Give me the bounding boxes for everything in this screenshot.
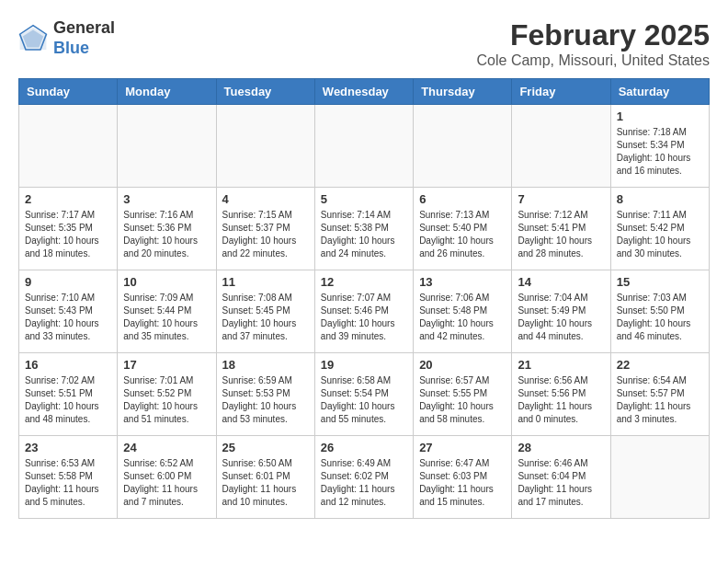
calendar-day-cell: 1Sunrise: 7:18 AM Sunset: 5:34 PM Daylig…: [610, 105, 709, 188]
day-info: Sunrise: 6:52 AM Sunset: 6:00 PM Dayligh…: [123, 457, 210, 509]
day-info: Sunrise: 6:46 AM Sunset: 6:04 PM Dayligh…: [518, 457, 604, 509]
calendar-week-row: 16Sunrise: 7:02 AM Sunset: 5:51 PM Dayli…: [19, 353, 710, 436]
calendar-title: February 2025: [477, 18, 710, 52]
calendar-day-cell: 18Sunrise: 6:59 AM Sunset: 5:53 PM Dayli…: [216, 353, 314, 436]
calendar-day-cell: [118, 105, 216, 188]
logo-text: General Blue: [53, 18, 115, 58]
day-info: Sunrise: 7:03 AM Sunset: 5:50 PM Dayligh…: [617, 292, 703, 343]
weekday-header: Saturday: [610, 79, 709, 105]
calendar-day-cell: 19Sunrise: 6:58 AM Sunset: 5:54 PM Dayli…: [314, 353, 413, 436]
day-number: 5: [321, 192, 407, 206]
calendar-day-cell: 25Sunrise: 6:50 AM Sunset: 6:01 PM Dayli…: [216, 436, 314, 519]
day-info: Sunrise: 7:08 AM Sunset: 5:45 PM Dayligh…: [222, 292, 309, 343]
calendar-day-cell: 21Sunrise: 6:56 AM Sunset: 5:56 PM Dayli…: [512, 353, 610, 436]
day-info: Sunrise: 6:54 AM Sunset: 5:57 PM Dayligh…: [617, 374, 703, 426]
day-number: 17: [123, 358, 210, 372]
day-number: 22: [617, 358, 703, 372]
weekday-header: Wednesday: [314, 79, 413, 105]
day-info: Sunrise: 7:13 AM Sunset: 5:40 PM Dayligh…: [419, 209, 506, 260]
day-number: 9: [25, 275, 111, 289]
day-number: 4: [222, 192, 309, 206]
weekday-header: Tuesday: [216, 79, 314, 105]
day-number: 19: [321, 358, 407, 372]
day-number: 15: [617, 275, 703, 289]
day-info: Sunrise: 6:47 AM Sunset: 6:03 PM Dayligh…: [419, 457, 506, 509]
calendar-day-cell: 23Sunrise: 6:53 AM Sunset: 5:58 PM Dayli…: [19, 436, 118, 519]
calendar-day-cell: 20Sunrise: 6:57 AM Sunset: 5:55 PM Dayli…: [414, 353, 512, 436]
calendar-day-cell: 27Sunrise: 6:47 AM Sunset: 6:03 PM Dayli…: [414, 436, 512, 519]
day-info: Sunrise: 7:16 AM Sunset: 5:36 PM Dayligh…: [123, 209, 210, 260]
day-info: Sunrise: 7:10 AM Sunset: 5:43 PM Dayligh…: [25, 292, 111, 343]
day-number: 7: [518, 192, 604, 206]
calendar-day-cell: [610, 436, 709, 519]
calendar-day-cell: 8Sunrise: 7:11 AM Sunset: 5:42 PM Daylig…: [610, 188, 709, 270]
day-number: 13: [419, 275, 506, 289]
day-number: 14: [518, 275, 604, 289]
calendar-day-cell: 17Sunrise: 7:01 AM Sunset: 5:52 PM Dayli…: [118, 353, 216, 436]
day-number: 23: [25, 441, 111, 454]
weekday-header: Friday: [512, 79, 610, 105]
calendar-day-cell: 10Sunrise: 7:09 AM Sunset: 5:44 PM Dayli…: [118, 270, 216, 353]
calendar-day-cell: 13Sunrise: 7:06 AM Sunset: 5:48 PM Dayli…: [414, 270, 512, 353]
logo-icon: [18, 24, 48, 53]
day-info: Sunrise: 7:01 AM Sunset: 5:52 PM Dayligh…: [123, 374, 210, 426]
day-number: 11: [222, 275, 309, 289]
day-number: 12: [321, 275, 407, 289]
day-info: Sunrise: 7:07 AM Sunset: 5:46 PM Dayligh…: [321, 292, 407, 343]
weekday-header: Thursday: [414, 79, 512, 105]
calendar-day-cell: [512, 105, 610, 188]
day-info: Sunrise: 7:15 AM Sunset: 5:37 PM Dayligh…: [222, 209, 309, 260]
calendar-day-cell: [414, 105, 512, 188]
calendar-day-cell: 7Sunrise: 7:12 AM Sunset: 5:41 PM Daylig…: [512, 188, 610, 270]
day-info: Sunrise: 7:06 AM Sunset: 5:48 PM Dayligh…: [419, 292, 506, 343]
day-info: Sunrise: 6:57 AM Sunset: 5:55 PM Dayligh…: [419, 374, 506, 426]
calendar-day-cell: 15Sunrise: 7:03 AM Sunset: 5:50 PM Dayli…: [610, 270, 709, 353]
day-info: Sunrise: 7:02 AM Sunset: 5:51 PM Dayligh…: [25, 374, 111, 426]
calendar-day-cell: 12Sunrise: 7:07 AM Sunset: 5:46 PM Dayli…: [314, 270, 413, 353]
calendar-day-cell: 11Sunrise: 7:08 AM Sunset: 5:45 PM Dayli…: [216, 270, 314, 353]
calendar-day-cell: 3Sunrise: 7:16 AM Sunset: 5:36 PM Daylig…: [118, 188, 216, 270]
calendar-day-cell: 26Sunrise: 6:49 AM Sunset: 6:02 PM Dayli…: [314, 436, 413, 519]
calendar-week-row: 23Sunrise: 6:53 AM Sunset: 5:58 PM Dayli…: [19, 436, 710, 519]
day-number: 6: [419, 192, 506, 206]
day-info: Sunrise: 7:09 AM Sunset: 5:44 PM Dayligh…: [123, 292, 210, 343]
day-info: Sunrise: 6:56 AM Sunset: 5:56 PM Dayligh…: [518, 374, 604, 426]
day-number: 21: [518, 358, 604, 372]
weekday-header: Sunday: [19, 79, 118, 105]
calendar-week-row: 1Sunrise: 7:18 AM Sunset: 5:34 PM Daylig…: [19, 105, 710, 188]
calendar-day-cell: 4Sunrise: 7:15 AM Sunset: 5:37 PM Daylig…: [216, 188, 314, 270]
day-number: 10: [123, 275, 210, 289]
page-header: General Blue February 2025 Cole Camp, Mi…: [18, 18, 710, 69]
logo-general: General: [53, 18, 115, 37]
logo: General Blue: [18, 18, 115, 58]
day-number: 24: [123, 441, 210, 454]
day-info: Sunrise: 7:04 AM Sunset: 5:49 PM Dayligh…: [518, 292, 604, 343]
calendar-week-row: 9Sunrise: 7:10 AM Sunset: 5:43 PM Daylig…: [19, 270, 710, 353]
day-info: Sunrise: 7:11 AM Sunset: 5:42 PM Dayligh…: [617, 209, 703, 260]
weekday-header: Monday: [118, 79, 216, 105]
day-info: Sunrise: 6:58 AM Sunset: 5:54 PM Dayligh…: [321, 374, 407, 426]
calendar-subtitle: Cole Camp, Missouri, United States: [477, 52, 710, 69]
calendar-day-cell: 14Sunrise: 7:04 AM Sunset: 5:49 PM Dayli…: [512, 270, 610, 353]
day-number: 3: [123, 192, 210, 206]
day-info: Sunrise: 6:59 AM Sunset: 5:53 PM Dayligh…: [222, 374, 309, 426]
title-block: February 2025 Cole Camp, Missouri, Unite…: [477, 18, 710, 69]
calendar-day-cell: 9Sunrise: 7:10 AM Sunset: 5:43 PM Daylig…: [19, 270, 118, 353]
calendar-day-cell: 16Sunrise: 7:02 AM Sunset: 5:51 PM Dayli…: [19, 353, 118, 436]
day-number: 20: [419, 358, 506, 372]
calendar-day-cell: 24Sunrise: 6:52 AM Sunset: 6:00 PM Dayli…: [118, 436, 216, 519]
day-info: Sunrise: 7:17 AM Sunset: 5:35 PM Dayligh…: [25, 209, 111, 260]
calendar-day-cell: 6Sunrise: 7:13 AM Sunset: 5:40 PM Daylig…: [414, 188, 512, 270]
day-number: 8: [617, 192, 703, 206]
day-info: Sunrise: 6:49 AM Sunset: 6:02 PM Dayligh…: [321, 457, 407, 509]
day-number: 27: [419, 441, 506, 454]
calendar-table: SundayMondayTuesdayWednesdayThursdayFrid…: [18, 78, 710, 519]
calendar-week-row: 2Sunrise: 7:17 AM Sunset: 5:35 PM Daylig…: [19, 188, 710, 270]
calendar-day-cell: [19, 105, 118, 188]
day-info: Sunrise: 7:12 AM Sunset: 5:41 PM Dayligh…: [518, 209, 604, 260]
day-number: 1: [617, 109, 703, 123]
day-info: Sunrise: 7:18 AM Sunset: 5:34 PM Dayligh…: [617, 126, 703, 178]
calendar-day-cell: 28Sunrise: 6:46 AM Sunset: 6:04 PM Dayli…: [512, 436, 610, 519]
calendar-day-cell: [314, 105, 413, 188]
calendar-day-cell: [216, 105, 314, 188]
